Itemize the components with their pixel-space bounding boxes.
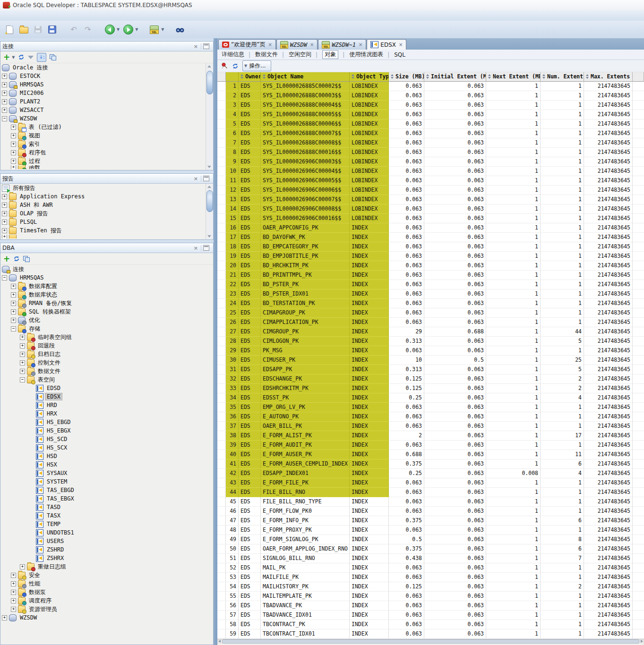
table-row[interactable]: 54 EDS MAILHISTORY_PK INDEX 0.125 0.063 …: [217, 582, 644, 592]
cell-initial-extent[interactable]: 0.063: [424, 252, 486, 261]
pin-icon[interactable]: [221, 62, 228, 69]
tree-item[interactable]: TAS_EBGX: [0, 494, 213, 503]
cell-next-extent[interactable]: 0.008: [486, 469, 541, 478]
cell-num-extents[interactable]: 1: [541, 403, 584, 412]
tree-item[interactable]: 程序包: [0, 148, 213, 157]
cell-initial-extent[interactable]: 0.688: [424, 327, 486, 337]
cell-object-name[interactable]: PK_MSG: [261, 346, 350, 356]
editor-tab[interactable]: WZSDW~1 ×: [318, 39, 366, 50]
cell-object-name[interactable]: TBCONTRACT_IDX01: [261, 629, 350, 639]
cell-initial-extent[interactable]: 0.063: [424, 129, 486, 138]
tree-expander[interactable]: [2, 275, 7, 280]
table-row[interactable]: 35 EDS EMP_ORG_LV_PK INDEX 0.063 0.063 1…: [217, 403, 644, 412]
tree-expander[interactable]: [2, 99, 7, 104]
sort-icon[interactable]: [426, 74, 429, 79]
cell-size[interactable]: 0.063: [389, 289, 424, 299]
tree-item[interactable]: MIC2006: [0, 89, 213, 97]
cell-size[interactable]: 0.063: [389, 157, 424, 167]
cell-object-name[interactable]: EMP_ORG_LV_PK: [261, 403, 350, 412]
forward-dropdown[interactable]: ▼: [135, 27, 138, 32]
cell-num-extents[interactable]: 1: [541, 167, 584, 176]
sort-icon[interactable]: [488, 74, 491, 79]
cell-num-extents[interactable]: 1: [541, 204, 584, 214]
cell-max-extents[interactable]: 2147483645: [584, 195, 633, 204]
cell-initial-extent[interactable]: 0.063: [424, 280, 486, 289]
cell-initial-extent[interactable]: 0.063: [424, 535, 486, 544]
tree-item[interactable]: ESTOCK: [0, 72, 213, 80]
cell-initial-extent[interactable]: 0.063: [424, 611, 486, 620]
cell-object-type[interactable]: INDEX: [350, 582, 389, 592]
cell-object-name[interactable]: MAILFILE_PK: [261, 573, 350, 582]
minimize-icon[interactable]: [203, 43, 209, 49]
cell-size[interactable]: 0.313: [389, 337, 424, 346]
minimize-icon[interactable]: [203, 245, 209, 251]
tree-expander[interactable]: [20, 369, 25, 374]
cell-object-type[interactable]: INDEX: [350, 308, 389, 318]
cell-object-type[interactable]: INDEX: [350, 271, 389, 280]
cell-object-name[interactable]: SIGNLOG_BILL_RNO: [261, 554, 350, 563]
cell-initial-extent[interactable]: 0.5: [424, 356, 486, 365]
editor-tab[interactable]: “欢迎使用”页 ×: [218, 39, 276, 50]
cell-initial-extent[interactable]: 0.063: [424, 393, 486, 403]
table-row[interactable]: 45 EDS FILE_BILL_RNO_TYPE INDEX 0.063 0.…: [217, 497, 644, 507]
cell-owner[interactable]: EDS: [239, 337, 261, 346]
cell-num-extents[interactable]: 6: [541, 459, 584, 469]
table-row[interactable]: 49 EDS E_FORM_SIGNLOG_PK INDEX 0.5 0.063…: [217, 535, 644, 544]
tree-item[interactable]: 数据库配置: [0, 282, 213, 290]
cell-num-extents[interactable]: 25: [541, 356, 584, 365]
table-row[interactable]: 29 EDS PK_MSG INDEX 0.063 0.063 1 1 2147…: [217, 346, 644, 356]
table-row[interactable]: 31 EDS EDSAPP_PK INDEX 0.313 0.063 1 5 2…: [217, 365, 644, 374]
cell-object-type[interactable]: INDEX: [350, 223, 389, 233]
cell-owner[interactable]: EDS: [239, 289, 261, 299]
cell-num-extents[interactable]: 1: [541, 488, 584, 497]
cell-num-extents[interactable]: 1: [541, 346, 584, 356]
cell-owner[interactable]: EDS: [239, 204, 261, 214]
cell-object-type[interactable]: INDEX: [350, 346, 389, 356]
cell-size[interactable]: 0.063: [389, 148, 424, 157]
tree-item[interactable]: 数据文件: [0, 367, 213, 375]
cell-initial-extent[interactable]: 0.063: [424, 412, 486, 422]
cell-object-name[interactable]: SYS_IL0000026906C00003$$: [261, 157, 350, 167]
sort-toggle-icon[interactable]: ↓:: [37, 53, 46, 62]
menu-item[interactable]: [61, 15, 70, 17]
tree-expander[interactable]: [11, 165, 16, 169]
actions-button[interactable]: ▼ 操作...: [242, 60, 271, 71]
cell-owner[interactable]: EDS: [239, 252, 261, 261]
cell-size[interactable]: 0.063: [389, 601, 424, 611]
cell-next-extent[interactable]: 1: [486, 393, 541, 403]
cell-size[interactable]: 0.063: [389, 129, 424, 138]
cell-owner[interactable]: EDS: [239, 129, 261, 138]
tree-item[interactable]: HSX: [0, 460, 213, 469]
cell-object-name[interactable]: CIMUSER_PK: [261, 356, 350, 365]
cell-num-extents[interactable]: 1: [541, 129, 584, 138]
cell-initial-extent[interactable]: 0.063: [424, 422, 486, 431]
table-row[interactable]: 52 EDS MAIL_PK INDEX 0.063 0.063 1 1 214…: [217, 563, 644, 573]
column-header-object-type[interactable]: Object Type: [350, 72, 389, 82]
cell-next-extent[interactable]: 1: [486, 497, 541, 507]
close-icon[interactable]: ×: [268, 42, 272, 47]
cell-max-extents[interactable]: 2147483645: [584, 403, 633, 412]
scroll-down-icon[interactable]: [207, 166, 211, 168]
sort-icon[interactable]: [352, 74, 355, 79]
tree-item[interactable]: 数据泵: [0, 588, 213, 596]
cell-owner[interactable]: EDS: [239, 214, 261, 223]
cell-object-name[interactable]: EDSAPP_PK: [261, 365, 350, 374]
cell-max-extents[interactable]: 2147483645: [584, 478, 633, 488]
cell-object-type[interactable]: INDEX: [350, 374, 389, 384]
cell-num-extents[interactable]: 1: [541, 261, 584, 271]
add-connection-dropdown[interactable]: ▼: [12, 55, 15, 59]
tree-expander[interactable]: [11, 159, 16, 164]
cell-object-name[interactable]: MAILTEMPLATE_PK: [261, 592, 350, 601]
cell-num-extents[interactable]: 1: [541, 110, 584, 119]
cell-owner[interactable]: EDS: [239, 535, 261, 544]
cell-size[interactable]: 0.688: [389, 450, 424, 459]
cell-size[interactable]: 0.063: [389, 488, 424, 497]
cell-num-extents[interactable]: 1: [541, 233, 584, 242]
menu-item[interactable]: [44, 15, 53, 17]
tree-expander[interactable]: [2, 74, 7, 79]
cell-max-extents[interactable]: 2147483645: [584, 280, 633, 289]
table-row[interactable]: 58 EDS TBCONTRACT_PK INDEX 0.063 0.063 1…: [217, 620, 644, 629]
cell-object-type[interactable]: INDEX: [350, 422, 389, 431]
cell-object-name[interactable]: SYS_IL0000026888C00005$$: [261, 110, 350, 119]
tree-expander[interactable]: [11, 142, 16, 147]
